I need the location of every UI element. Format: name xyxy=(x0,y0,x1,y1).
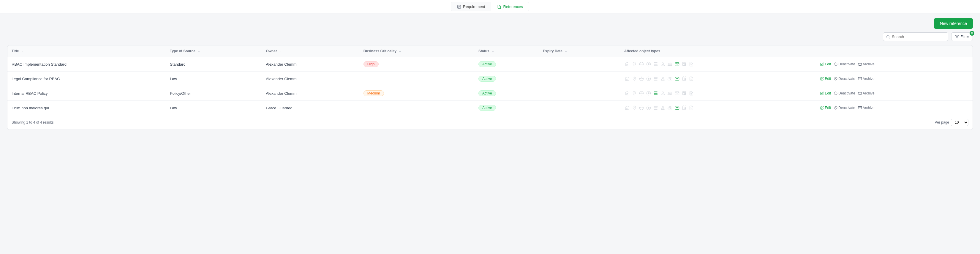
cell-status: Active xyxy=(474,57,539,72)
archive-button[interactable]: Archive xyxy=(858,62,875,66)
status-badge: Active xyxy=(479,76,496,82)
cell-actions: Edit Deactivate Archive xyxy=(816,101,972,115)
tab-requirement[interactable]: Requirement xyxy=(451,2,491,11)
cell-affected-objects xyxy=(620,101,816,115)
col-title[interactable]: Title ⌄ xyxy=(8,45,166,57)
svg-rect-9 xyxy=(858,63,862,64)
search-filter-row: Filter 0 xyxy=(7,32,973,41)
deactivate-icon xyxy=(834,91,837,95)
document-icon xyxy=(688,61,694,67)
user-icon xyxy=(660,90,666,96)
deactivate-button[interactable]: Deactivate xyxy=(834,106,855,110)
building-icon xyxy=(624,61,630,67)
sort-icon-expiry: ⌄ xyxy=(565,50,567,53)
location-icon xyxy=(632,76,637,82)
building-icon xyxy=(624,105,630,111)
group-icon xyxy=(667,76,673,82)
new-reference-button[interactable]: New reference xyxy=(934,18,973,29)
edit-button[interactable]: Edit xyxy=(820,62,831,66)
cell-status: Active xyxy=(474,86,539,101)
deactivate-icon xyxy=(834,62,837,66)
sort-icon-criticality: ⌄ xyxy=(399,50,401,53)
per-page-dropdown[interactable]: 10 25 50 100 xyxy=(951,119,969,126)
filter-button[interactable]: Filter 0 xyxy=(951,32,973,41)
per-page-select: Per page 10 25 50 100 xyxy=(935,119,969,126)
deactivate-button[interactable]: Deactivate xyxy=(834,91,855,95)
cube-icon xyxy=(646,90,652,96)
edit-button[interactable]: Edit xyxy=(820,91,831,95)
sort-icon-owner: ⌄ xyxy=(279,50,282,53)
status-badge: Active xyxy=(479,105,496,111)
archive-button[interactable]: Archive xyxy=(858,106,875,110)
edit-icon xyxy=(820,62,824,66)
archive-button[interactable]: Archive xyxy=(858,91,875,95)
col-owner[interactable]: Owner ⌄ xyxy=(262,45,360,57)
cell-status: Active xyxy=(474,72,539,86)
envelope-icon xyxy=(674,105,680,111)
cell-type-of-source: Policy/Other xyxy=(166,86,262,101)
col-type-of-source[interactable]: Type of Source ⌄ xyxy=(166,45,262,57)
tab-bar: Requirement References xyxy=(0,0,980,13)
edit-button[interactable]: Edit xyxy=(820,77,831,81)
svg-line-20 xyxy=(835,107,837,109)
tab-references[interactable]: References xyxy=(491,2,528,11)
envelope-icon xyxy=(674,90,680,96)
envelope-icon xyxy=(674,61,680,67)
col-business-criticality[interactable]: Business Criticality ⌄ xyxy=(360,45,474,57)
group-icon xyxy=(667,105,673,111)
edit-icon xyxy=(820,77,824,80)
svg-rect-21 xyxy=(858,107,862,107)
calendar-icon xyxy=(681,90,687,96)
cell-expiry-date xyxy=(539,101,620,115)
deactivate-icon xyxy=(834,77,837,80)
archive-icon xyxy=(858,77,862,80)
references-table-wrapper: Title ⌄ Type of Source ⌄ Owner ⌄ Busines… xyxy=(7,45,973,130)
user-icon xyxy=(660,76,666,82)
col-actions xyxy=(816,45,972,57)
status-badge: Active xyxy=(479,90,496,96)
document-icon xyxy=(688,90,694,96)
cube-icon xyxy=(646,61,652,67)
cell-affected-objects xyxy=(620,57,816,72)
svg-marker-6 xyxy=(955,35,959,38)
edit-button[interactable]: Edit xyxy=(820,106,831,110)
table-row: Internal RBAC Policy Policy/Other Alexan… xyxy=(8,86,972,101)
table-footer: Showing 1 to 4 of 4 results Per page 10 … xyxy=(8,115,972,129)
cell-business-criticality xyxy=(360,72,474,86)
cell-actions: Edit Deactivate Archive xyxy=(816,86,972,101)
cube-icon xyxy=(646,76,652,82)
globe-icon xyxy=(638,105,644,111)
sort-icon-type: ⌄ xyxy=(197,50,200,53)
document-icon xyxy=(688,76,694,82)
location-icon xyxy=(632,61,637,67)
references-icon xyxy=(497,4,501,9)
building-icon xyxy=(624,76,630,82)
col-status[interactable]: Status ⌄ xyxy=(474,45,539,57)
archive-icon xyxy=(858,62,862,66)
deactivate-button[interactable]: Deactivate xyxy=(834,77,855,81)
tab-group: Requirement References xyxy=(451,2,529,11)
server-icon xyxy=(653,61,659,67)
table-header-row: Title ⌄ Type of Source ⌄ Owner ⌄ Busines… xyxy=(8,45,972,57)
cell-expiry-date xyxy=(539,86,620,101)
col-expiry-date[interactable]: Expiry Date ⌄ xyxy=(539,45,620,57)
main-content: New reference Filter 0 Title xyxy=(0,13,980,134)
deactivate-button[interactable]: Deactivate xyxy=(834,62,855,66)
server-icon xyxy=(653,105,659,111)
globe-icon xyxy=(638,61,644,67)
edit-icon xyxy=(820,106,824,110)
server-icon xyxy=(653,90,659,96)
archive-icon xyxy=(858,106,862,110)
cell-type-of-source: Law xyxy=(166,101,262,115)
svg-line-5 xyxy=(889,38,889,38)
user-icon xyxy=(660,105,666,111)
filter-label: Filter xyxy=(960,34,969,39)
archive-button[interactable]: Archive xyxy=(858,77,875,81)
cell-owner: Alexander Clemm xyxy=(262,72,360,86)
user-icon xyxy=(660,61,666,67)
search-input[interactable] xyxy=(892,34,945,39)
globe-icon xyxy=(638,76,644,82)
svg-line-16 xyxy=(835,93,837,94)
cell-title: Legal Compliance for RBAC xyxy=(8,72,166,86)
edit-icon xyxy=(820,91,824,95)
